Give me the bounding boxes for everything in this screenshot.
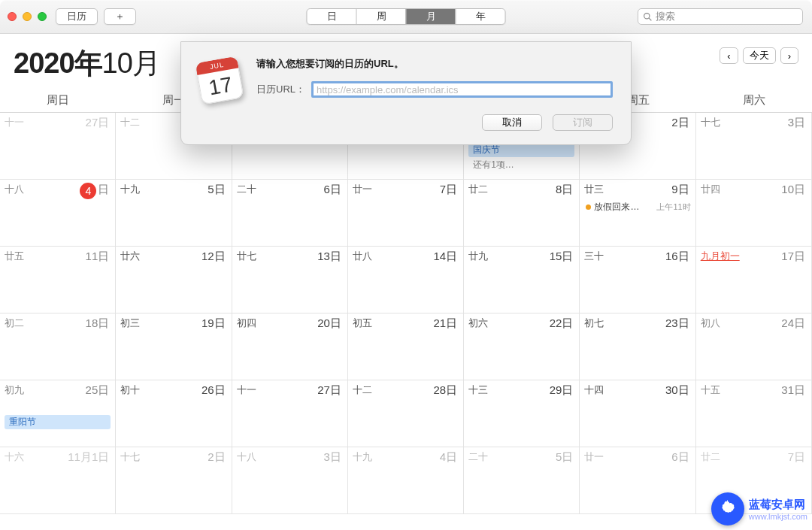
day-number: 9日 — [671, 183, 689, 197]
prev-month-button[interactable]: ‹ — [720, 47, 738, 64]
cancel-button[interactable]: 取消 — [482, 114, 542, 131]
zoom-icon[interactable] — [38, 12, 47, 21]
calendar-cell[interactable]: 廿九15日 — [464, 247, 580, 313]
seg-day[interactable]: 日 — [308, 9, 356, 24]
day-number: 31日 — [781, 383, 805, 398]
calendar-cell[interactable]: 廿三9日放假回来…上午11时 — [580, 180, 695, 247]
calendar-cell[interactable]: 十七2日 — [116, 447, 232, 514]
close-icon[interactable] — [8, 12, 17, 21]
window-titlebar: 日历 ＋ 日 周 月 年 搜索 — [0, 0, 812, 34]
day-number: 25日 — [86, 383, 110, 398]
watermark: 蓝莓安卓网 www.lmkjst.com — [711, 492, 807, 525]
calendar-cell[interactable]: 十三29日 — [464, 380, 580, 447]
calendar-cell[interactable]: 十四30日 — [580, 380, 695, 447]
day-number: 12日 — [201, 250, 226, 264]
calendar-cell[interactable]: 廿四10日 — [696, 180, 812, 247]
event-time: 上午11时 — [653, 201, 690, 213]
calendar-cell[interactable]: 廿六12日 — [116, 247, 232, 313]
calendar-cell[interactable]: 廿五11日 — [0, 247, 116, 313]
calendar-cell[interactable]: 十八3日 — [232, 447, 348, 514]
seg-month[interactable]: 月 — [406, 9, 456, 24]
day-number: 5日 — [556, 450, 573, 465]
day-number: 8日 — [556, 183, 573, 197]
calendar-cell[interactable]: 初二18日 — [0, 313, 116, 380]
calendar-cell[interactable]: 十一27日 — [232, 380, 348, 447]
day-number: 6日 — [324, 183, 341, 197]
subscribe-sheet: JUL 17 请输入您想要订阅的日历的URL。 日历URL： 取消 订阅 — [180, 41, 632, 145]
calendar-cell[interactable]: 廿八14日 — [348, 247, 464, 313]
calendar-cell[interactable]: 十一27日 — [0, 113, 116, 180]
calendar-cell[interactable]: 十六11月1日 — [0, 447, 116, 514]
calendar-cell[interactable]: 三十16日 — [580, 247, 695, 313]
day-number: 27日 — [317, 383, 341, 398]
svg-line-1 — [649, 18, 651, 20]
calendar-cell[interactable]: 廿二8日 — [464, 180, 580, 247]
svg-point-0 — [644, 13, 650, 18]
day-number: 7日 — [440, 183, 457, 197]
calendar-cell[interactable]: 二十5日 — [464, 447, 580, 514]
day-number: 27日 — [86, 116, 110, 130]
calendar-cell[interactable]: 十九5日 — [116, 180, 232, 247]
calendar-cell[interactable]: 廿一7日 — [348, 180, 464, 247]
event-holiday[interactable]: 重阳节 — [5, 415, 111, 429]
next-month-button[interactable]: › — [780, 47, 798, 64]
calendar-cell[interactable]: 初八24日 — [696, 313, 812, 380]
event-dot-icon — [586, 204, 591, 210]
day-number: 29日 — [550, 383, 574, 398]
weekday-label: 周日 — [0, 89, 116, 112]
add-button[interactable]: ＋ — [104, 8, 136, 25]
calendar-cell[interactable]: 初五21日 — [348, 313, 464, 380]
day-number: 3日 — [788, 116, 805, 130]
day-number: 26日 — [201, 383, 226, 398]
calendar-cell[interactable]: 十七3日 — [696, 113, 812, 180]
calendar-cell[interactable]: 二十6日 — [232, 180, 348, 247]
calendar-cell[interactable]: 十二28日 — [348, 380, 464, 447]
calendar-cell[interactable]: 廿七13日 — [232, 247, 348, 313]
search-input[interactable]: 搜索 — [638, 8, 803, 25]
calendar-cell[interactable]: 十八4日 — [0, 180, 116, 247]
weekday-label: 周六 — [696, 89, 812, 112]
calendar-cell[interactable]: 初九25日重阳节 — [0, 380, 116, 447]
day-number: 16日 — [665, 250, 689, 264]
calendar-cell[interactable]: 十九4日 — [348, 447, 464, 514]
day-number: 18日 — [86, 316, 110, 331]
day-number: 24日 — [781, 316, 805, 331]
day-number: 6日 — [671, 450, 689, 465]
day-number: 2日 — [671, 116, 689, 130]
calendar-cell[interactable]: 九月初一17日 — [696, 247, 812, 313]
day-number: 11日 — [86, 250, 110, 264]
calendars-button[interactable]: 日历 — [56, 8, 98, 25]
calendar-app-icon: JUL 17 — [196, 57, 243, 104]
calendar-cell[interactable]: 廿一6日 — [580, 447, 695, 514]
day-number: 4日 — [80, 183, 109, 199]
calendar-cell[interactable]: 初三19日 — [116, 313, 232, 380]
seg-week[interactable]: 周 — [356, 9, 406, 24]
watermark-url: www.lmkjst.com — [749, 512, 807, 521]
day-number: 20日 — [317, 316, 341, 331]
search-placeholder: 搜索 — [656, 10, 675, 23]
calendar-cell[interactable]: 初七23日 — [580, 313, 695, 380]
day-number: 17日 — [781, 250, 805, 264]
seg-year[interactable]: 年 — [456, 9, 505, 24]
traffic-lights — [8, 12, 47, 21]
today-button[interactable]: 今天 — [743, 47, 776, 64]
month-nav: ‹ 今天 › — [720, 47, 798, 64]
view-seg: 日 周 月 年 — [307, 8, 506, 25]
subscribe-button[interactable]: 订阅 — [553, 114, 613, 131]
calendar-cell[interactable]: 初十26日 — [116, 380, 232, 447]
day-number: 22日 — [550, 316, 574, 331]
day-number: 30日 — [665, 383, 689, 398]
calendar-url-input[interactable] — [311, 81, 613, 98]
day-number: 4日 — [440, 450, 457, 465]
berry-icon — [711, 492, 744, 525]
more-events-label[interactable]: 还有1项… — [468, 159, 574, 171]
calendar-cell[interactable]: 初六22日 — [464, 313, 580, 380]
day-number: 3日 — [324, 450, 341, 465]
minimize-icon[interactable] — [23, 12, 32, 21]
calendar-cell[interactable]: 初四20日 — [232, 313, 348, 380]
day-number: 5日 — [208, 183, 225, 197]
event-item[interactable]: 放假回来…上午11时 — [584, 201, 690, 214]
day-number: 19日 — [201, 316, 226, 331]
day-number: 28日 — [433, 383, 457, 398]
calendar-cell[interactable]: 十五31日 — [696, 380, 812, 447]
